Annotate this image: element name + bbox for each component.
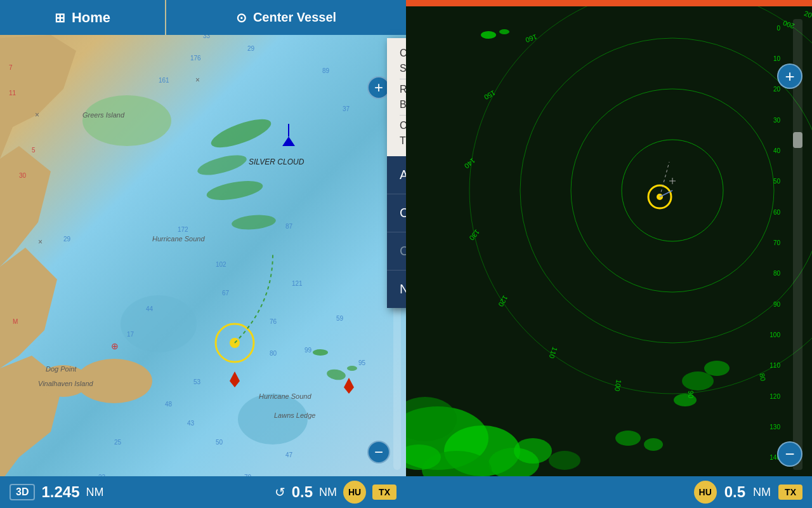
svg-text:×: × <box>35 110 39 119</box>
radar-hu-badge[interactable]: HU <box>694 481 717 504</box>
svg-point-59 <box>347 366 357 371</box>
degree-100: 100 <box>755 331 780 338</box>
radar-panel[interactable]: 0 10 20 30 40 50 60 70 80 90 <box>406 0 812 508</box>
bearing-label: Bearing <box>400 99 406 110</box>
chart-header: ⊞ Home ⊙ Center Vessel <box>0 0 406 35</box>
degree-70: 70 <box>755 239 780 246</box>
svg-text:11: 11 <box>9 90 16 97</box>
cog-row: COG 7.5 ° <box>400 46 406 61</box>
svg-point-13 <box>231 213 277 231</box>
info-divider-2 <box>400 115 406 116</box>
home-button[interactable]: ⊞ Home <box>0 0 165 35</box>
svg-point-109 <box>481 31 496 39</box>
tcpa-label: TCPA <box>400 135 406 147</box>
chart-scale-unit: NM <box>86 486 104 499</box>
svg-text:5: 5 <box>32 147 36 154</box>
radar-background: 0 10 20 30 40 50 60 70 80 90 <box>406 0 812 508</box>
svg-text:M: M <box>13 318 18 325</box>
svg-text:29: 29 <box>247 45 255 52</box>
vinalhaven-label: Vinalhaven Island <box>38 380 93 387</box>
radar-header-bar <box>406 0 812 6</box>
chart-panel[interactable]: 176 161 89 33 29 37 172 87 102 121 67 76… <box>0 0 406 508</box>
svg-text:⊕: ⊕ <box>111 341 119 351</box>
svg-point-66 <box>514 438 552 464</box>
svg-text:17: 17 <box>127 331 134 338</box>
svg-text:99: 99 <box>304 347 312 354</box>
svg-text:29: 29 <box>63 236 71 243</box>
svg-point-72 <box>704 361 730 376</box>
popup-info-section: COG 7.5 ° SOG 4.4 kn Range 313 yd Bearin… <box>387 38 406 156</box>
chart-footer-unit: NM <box>319 486 337 499</box>
acquire-button[interactable]: Acquire <box>387 156 406 194</box>
degree-140: 140 <box>755 454 780 461</box>
svg-text:176: 176 <box>190 55 201 62</box>
svg-point-10 <box>208 114 274 153</box>
degree-10: 10 <box>755 55 780 62</box>
tx-badge[interactable]: TX <box>372 485 396 500</box>
svg-text:×: × <box>195 76 200 84</box>
svg-point-9 <box>238 394 308 444</box>
sog-row: SOG 4.4 kn <box>400 61 406 76</box>
svg-text:67: 67 <box>222 290 230 297</box>
svg-text:121: 121 <box>292 280 303 287</box>
degree-60: 60 <box>755 209 780 216</box>
new-point-button[interactable]: New Point <box>387 271 406 308</box>
radar-scale-unit: NM <box>753 486 771 499</box>
svg-point-14 <box>326 368 346 382</box>
chart-map-svg: 176 161 89 33 29 37 172 87 102 121 67 76… <box>0 0 406 508</box>
center-vessel-button[interactable]: ⊙ Center Vessel <box>166 0 406 35</box>
degree-130: 130 <box>755 424 780 431</box>
silver-cloud-label: SILVER CLOUD <box>249 157 304 166</box>
clear-button[interactable]: Clear <box>387 232 406 271</box>
svg-point-8 <box>121 295 197 352</box>
degree-120: 120 <box>755 393 780 400</box>
svg-text:50: 50 <box>216 439 223 446</box>
radar-range-thumb <box>793 132 802 148</box>
degree-110: 110 <box>755 362 780 369</box>
refresh-icon[interactable]: ↺ <box>275 485 285 500</box>
svg-point-5 <box>82 95 171 146</box>
radar-footer: HU 0.5 NM TX <box>406 476 812 508</box>
lawns-ledge-label: Lawns Ledge <box>274 411 315 419</box>
svg-point-71 <box>682 371 714 391</box>
svg-marker-20 <box>344 378 354 394</box>
hu-badge[interactable]: HU <box>343 481 366 504</box>
cancel-button[interactable]: Cancel <box>387 194 406 232</box>
3d-mode-badge[interactable]: 3D <box>10 484 35 500</box>
degree-90: 90 <box>755 301 780 308</box>
chart-zoom-out-button[interactable]: − <box>367 441 390 464</box>
svg-text:43: 43 <box>187 420 195 427</box>
radar-tx-badge[interactable]: TX <box>778 485 802 500</box>
cog-label: COG <box>400 48 406 59</box>
svg-text:47: 47 <box>285 451 293 458</box>
svg-text:48: 48 <box>165 401 173 408</box>
svg-marker-2 <box>0 248 57 368</box>
svg-point-58 <box>313 349 328 356</box>
degree-40: 40 <box>755 147 780 154</box>
hurricane-sound-label: Hurricane Sound <box>152 235 205 243</box>
svg-point-70 <box>644 438 663 451</box>
svg-point-67 <box>549 451 580 470</box>
svg-text:7: 7 <box>9 64 13 71</box>
svg-marker-0 <box>0 35 76 159</box>
greers-island-label: Greers Island <box>82 111 124 119</box>
svg-text:59: 59 <box>336 315 344 322</box>
range-row: Range 313 yd <box>400 82 406 97</box>
center-vessel-label: Center Vessel <box>253 10 336 25</box>
svg-text:44: 44 <box>146 305 154 312</box>
chart-footer-right: ↺ 0.5 NM HU TX <box>275 481 396 504</box>
chart-background: 176 161 89 33 29 37 172 87 102 121 67 76… <box>0 0 406 508</box>
cpa-row: CPA 62 yd <box>400 118 406 133</box>
svg-point-69 <box>615 431 641 446</box>
svg-point-12 <box>205 177 264 203</box>
svg-text:161: 161 <box>159 77 169 84</box>
degree-30: 30 <box>755 117 780 124</box>
chart-footer: 3D 1.245 NM ↺ 0.5 NM HU TX <box>0 476 406 508</box>
degree-0: 0 <box>755 25 780 32</box>
radar-zoom-out-button[interactable]: − <box>777 441 802 467</box>
svg-text:95: 95 <box>358 359 366 366</box>
chart-scale-value: 1.245 <box>41 483 79 501</box>
home-label: Home <box>72 10 110 26</box>
radar-zoom-in-button[interactable]: + <box>777 64 802 89</box>
radar-display-svg: 0 10 20 30 40 50 60 70 80 90 <box>406 6 812 479</box>
